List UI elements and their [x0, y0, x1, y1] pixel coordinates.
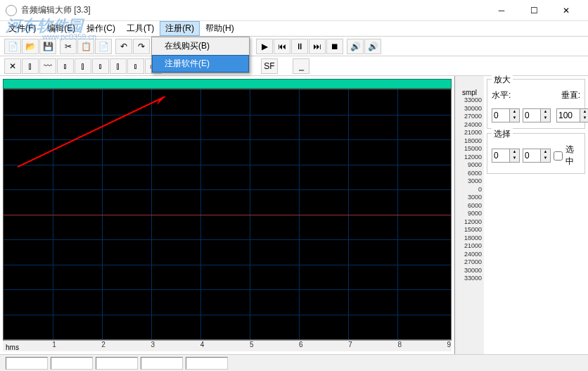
- close-button[interactable]: ✕: [550, 0, 582, 21]
- menu-file[interactable]: 文件(F): [3, 21, 41, 36]
- toolbar-effects: ✕ ⫿ 〰 ⫾ ⫿ ⫾ ⫿ ⫾ ◉ SF ⎯: [0, 56, 588, 76]
- speaker-right-icon[interactable]: 🔊: [364, 39, 381, 54]
- vert-spinner[interactable]: ▲▼: [556, 108, 588, 122]
- status-cell-5: [186, 357, 228, 370]
- status-cell-3: [96, 357, 138, 370]
- copy-icon[interactable]: 📋: [77, 39, 94, 54]
- effect-5-icon[interactable]: ⫿: [75, 58, 91, 74]
- window-title: 音频编辑大师 [3.3]: [21, 4, 485, 16]
- dropdown-buy-online[interactable]: 在线购买(B): [152, 37, 249, 55]
- annotation-arrow: [18, 96, 172, 174]
- horiz-label: 水平:: [492, 89, 511, 101]
- titlebar: 音频编辑大师 [3.3] ─ ☐ ✕: [0, 0, 588, 21]
- undo-icon[interactable]: ↶: [115, 39, 132, 54]
- status-cell-2: [51, 357, 93, 370]
- minimize-button[interactable]: ─: [485, 0, 518, 21]
- select-spinner-1[interactable]: ▲▼: [492, 149, 520, 163]
- select-panel: 选择 ▲▼ ▲▼ 选中: [487, 133, 585, 174]
- waveform-display[interactable]: [3, 89, 452, 340]
- menu-operate[interactable]: 操作(C): [81, 21, 121, 36]
- speaker-left-icon[interactable]: 🔊: [347, 39, 364, 54]
- register-dropdown: 在线购买(B) 注册软件(E): [151, 37, 250, 73]
- skip-forward-icon[interactable]: ⏭: [309, 39, 326, 54]
- maximize-button[interactable]: ☐: [518, 0, 550, 21]
- skip-back-icon[interactable]: ⏮: [274, 39, 290, 54]
- menu-tools[interactable]: 工具(T): [121, 21, 160, 36]
- effect-8-icon[interactable]: ⫾: [127, 58, 144, 74]
- menu-edit[interactable]: 编辑(E): [41, 21, 81, 36]
- effect-7-icon[interactable]: ⫿: [110, 58, 127, 74]
- effect-4-icon[interactable]: ⫾: [57, 58, 74, 74]
- select-spinner-2[interactable]: ▲▼: [523, 149, 551, 163]
- select-title: 选择: [492, 128, 513, 140]
- effect-2-icon[interactable]: ⫿: [22, 58, 39, 74]
- zoom-panel: 放大 水平: 垂直: ▲▼ ▲▼ ▲▼: [487, 79, 585, 129]
- side-panel: 放大 水平: 垂直: ▲▼ ▲▼ ▲▼ 选择 ▲▼ ▲▼ 选中: [484, 76, 588, 354]
- ruler-title: smpl: [455, 89, 484, 96]
- effect-wave-icon[interactable]: ⎯: [293, 58, 309, 74]
- effect-6-icon[interactable]: ⫾: [92, 58, 109, 74]
- cut-icon[interactable]: ✂: [60, 39, 77, 54]
- effect-sf-icon[interactable]: SF: [261, 58, 278, 74]
- value-ruler: smpl 33000 30000 27000 24000 21000 18000…: [454, 76, 484, 354]
- waveform-header-bar[interactable]: [3, 79, 452, 89]
- redo-icon[interactable]: ↷: [133, 39, 150, 54]
- new-file-icon[interactable]: 📄: [4, 39, 21, 54]
- effect-3-icon[interactable]: 〰: [39, 58, 56, 74]
- menubar: 文件(F) 编辑(E) 操作(C) 工具(T) 注册(R) 帮助(H) 在线购买…: [0, 21, 588, 37]
- stop-icon[interactable]: ⏹: [326, 39, 343, 54]
- pause-icon[interactable]: ⏸: [291, 39, 308, 54]
- menu-help[interactable]: 帮助(H): [200, 21, 240, 36]
- time-unit: hms: [6, 344, 19, 351]
- select-checkbox[interactable]: [554, 151, 563, 161]
- horiz-spinner-1[interactable]: ▲▼: [492, 108, 520, 122]
- toolbar-main: 📄 📂 💾 ✂ 📋 📄 ↶ ↷ ▶ ⏮ ⏸ ⏭ ⏹ 🔊 🔊: [0, 37, 588, 56]
- dropdown-register-software[interactable]: 注册软件(E): [152, 55, 249, 73]
- waveform-area: hms 1 2 3 4 5 6 7 8 9: [0, 76, 454, 354]
- select-checkbox-label: 选中: [565, 144, 580, 168]
- status-cell-1: [6, 357, 48, 370]
- status-cell-4: [141, 357, 183, 370]
- play-icon[interactable]: ▶: [256, 39, 273, 54]
- time-ruler: hms 1 2 3 4 5 6 7 8 9: [3, 340, 452, 351]
- statusbar: [0, 354, 588, 371]
- zoom-title: 放大: [492, 74, 513, 86]
- center-line: [4, 215, 451, 215]
- vert-label: 垂直:: [561, 89, 580, 101]
- horiz-spinner-2[interactable]: ▲▼: [523, 108, 551, 122]
- paste-icon[interactable]: 📄: [95, 39, 112, 54]
- save-file-icon[interactable]: 💾: [39, 39, 56, 54]
- open-file-icon[interactable]: 📂: [22, 39, 39, 54]
- svg-line-0: [18, 96, 165, 167]
- app-icon: [6, 5, 17, 16]
- effect-1-icon[interactable]: ✕: [4, 58, 21, 74]
- menu-register[interactable]: 注册(R): [160, 21, 200, 36]
